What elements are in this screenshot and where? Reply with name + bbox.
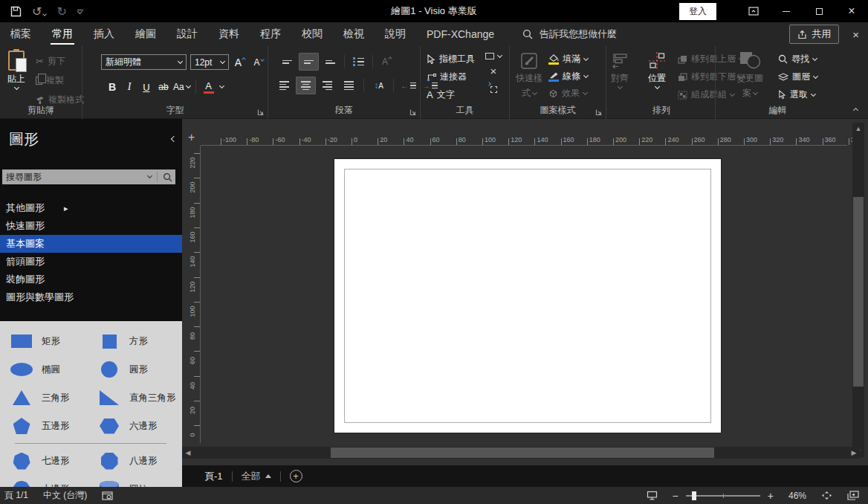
zoom-level[interactable]: 46% bbox=[781, 491, 814, 501]
change-shape-button[interactable]: 變更圖 案 bbox=[736, 51, 763, 100]
align-bottom-button[interactable] bbox=[320, 53, 340, 71]
tab-pdf-xchange[interactable]: PDF-XChange bbox=[416, 22, 505, 46]
stencil-shape-circle[interactable]: 圓形 bbox=[92, 355, 180, 384]
tab-help[interactable]: 說明 bbox=[375, 22, 416, 46]
justify-button[interactable] bbox=[339, 77, 359, 94]
text-direction-button[interactable]: A bbox=[377, 53, 397, 71]
drawing-page[interactable] bbox=[334, 159, 721, 433]
maximize-button[interactable] bbox=[803, 0, 835, 22]
tab-file[interactable]: 檔案 bbox=[0, 22, 42, 46]
close-button[interactable]: × bbox=[835, 0, 868, 22]
select-button[interactable]: 選取 bbox=[778, 88, 817, 101]
tab-data[interactable]: 資料 bbox=[208, 22, 250, 46]
tab-review[interactable]: 校閱 bbox=[291, 22, 333, 46]
strikethrough-button[interactable]: ab bbox=[156, 79, 171, 95]
effects-button[interactable]: 效果 bbox=[548, 87, 588, 100]
customize-qat-icon[interactable] bbox=[77, 10, 83, 13]
connector-tool-button[interactable]: 連接器 bbox=[427, 71, 475, 83]
stencil-shape-ellipse[interactable]: 橢圓 bbox=[4, 355, 92, 384]
stencil-shape-pentagon[interactable]: 五邊形 bbox=[4, 412, 92, 440]
align-middle-button[interactable] bbox=[299, 53, 319, 71]
vertical-scroll-thumb[interactable] bbox=[853, 197, 864, 387]
save-icon[interactable] bbox=[10, 6, 22, 17]
search-shapes-input[interactable]: 搜尋圖形 bbox=[2, 169, 175, 184]
search-go-icon[interactable] bbox=[163, 172, 172, 182]
fit-page-button[interactable] bbox=[814, 491, 840, 500]
scroll-left-icon[interactable]: ◀ bbox=[182, 447, 194, 459]
sidebar-item-arrow-shapes[interactable]: 箭頭圖形 bbox=[0, 253, 182, 271]
stencil-shape-cylinder[interactable]: 圓柱 bbox=[92, 475, 180, 487]
align-right-button[interactable] bbox=[317, 77, 337, 94]
scroll-up-icon[interactable]: ▲ bbox=[852, 123, 864, 135]
stencil-shape-decagon[interactable]: 十邊形 bbox=[4, 475, 92, 487]
status-page-info[interactable]: 頁 1/1 bbox=[0, 489, 36, 502]
find-button[interactable]: 尋找 bbox=[778, 53, 817, 65]
text-tool-button[interactable]: A 文字 bbox=[427, 88, 475, 101]
vertical-scrollbar[interactable]: ▲ ▼ bbox=[852, 123, 864, 457]
italic-button[interactable]: I bbox=[122, 79, 137, 95]
ribbon-display-options-icon[interactable] bbox=[737, 0, 770, 22]
sidebar-item-charting-math-shapes[interactable]: 圖形與數學圖形 bbox=[0, 288, 182, 306]
share-button[interactable]: 共用 bbox=[789, 25, 839, 44]
zoom-slider-thumb[interactable] bbox=[692, 491, 696, 500]
quick-styles-button[interactable]: 快速樣 式 bbox=[516, 52, 542, 100]
stencil-shape-heptagon[interactable]: 七邊形 bbox=[4, 447, 92, 475]
view-all-pages-button[interactable]: 全部 bbox=[242, 470, 271, 483]
tab-home[interactable]: 常用 bbox=[42, 22, 83, 46]
bullets-button[interactable] bbox=[349, 53, 369, 71]
tab-process[interactable]: 程序 bbox=[250, 22, 291, 46]
decrease-indent-button[interactable]: ← bbox=[398, 77, 418, 94]
pointer-tool-button[interactable]: 指標工具 bbox=[427, 53, 475, 65]
font-size-combo[interactable]: 12pt bbox=[190, 54, 229, 70]
stencil-shape-hexagon[interactable]: 六邊形 bbox=[92, 412, 180, 440]
align-button[interactable]: 對齊 bbox=[611, 52, 629, 88]
zoom-slider[interactable] bbox=[686, 495, 760, 497]
grow-font-button[interactable]: A bbox=[233, 54, 247, 71]
tab-draw[interactable]: 繪圖 bbox=[125, 22, 166, 46]
line-button[interactable]: 線條 bbox=[548, 70, 588, 83]
sidebar-item-more-shapes[interactable]: 其他圖形▸ bbox=[0, 199, 182, 217]
align-center-button[interactable] bbox=[296, 77, 316, 94]
add-page-button[interactable]: + bbox=[290, 470, 302, 482]
collapse-shapes-panel-icon[interactable] bbox=[171, 136, 177, 142]
page-tab[interactable]: 頁-1 bbox=[204, 470, 223, 483]
macro-record-button[interactable] bbox=[94, 491, 120, 500]
shape-styles-dialog-launcher-icon[interactable] bbox=[595, 109, 603, 116]
rectangle-tool-button[interactable] bbox=[485, 53, 502, 59]
search-options-icon[interactable] bbox=[147, 173, 152, 178]
bold-button[interactable]: B bbox=[105, 79, 120, 95]
switch-windows-button[interactable] bbox=[840, 491, 868, 500]
paragraph-dialog-launcher-icon[interactable] bbox=[409, 109, 417, 116]
stencil-shape-square[interactable]: 方形 bbox=[92, 327, 180, 355]
sidebar-item-basic-shapes[interactable]: 基本圖案 bbox=[0, 235, 182, 253]
horizontal-scrollbar[interactable]: ◀ ▶ bbox=[182, 447, 860, 459]
redo-icon[interactable]: ↻ bbox=[56, 4, 66, 19]
sidebar-item-quick-shapes[interactable]: 快速圖形 bbox=[0, 217, 182, 235]
stencil-shape-rect[interactable]: 矩形 bbox=[4, 327, 92, 355]
tell-me-search[interactable]: 告訴我您想做什麼 bbox=[522, 28, 617, 41]
stencil-shape-octagon[interactable]: 八邊形 bbox=[92, 447, 180, 475]
tab-view[interactable]: 檢視 bbox=[333, 22, 375, 46]
fill-button[interactable]: 填滿 bbox=[548, 53, 588, 65]
text-block-tool-button[interactable] bbox=[490, 83, 497, 96]
font-dialog-launcher-icon[interactable] bbox=[257, 109, 265, 116]
minimize-button[interactable] bbox=[770, 0, 803, 22]
sidebar-item-decorative-shapes[interactable]: 裝飾圖形 bbox=[0, 271, 182, 288]
change-case-button[interactable]: Aa bbox=[173, 79, 190, 95]
presentation-mode-button[interactable] bbox=[639, 491, 665, 500]
tab-insert[interactable]: 插入 bbox=[83, 22, 125, 46]
connection-point-tool-button[interactable]: × bbox=[490, 65, 497, 77]
line-spacing-button[interactable]: ↕A bbox=[369, 77, 389, 94]
undo-icon[interactable]: ↺ bbox=[32, 4, 46, 19]
font-color-button[interactable]: A bbox=[201, 79, 216, 95]
zoom-out-button[interactable]: − bbox=[665, 490, 686, 502]
stencil-shape-right-triangle[interactable]: 直角三角形 bbox=[92, 384, 180, 412]
scroll-right-icon[interactable]: ▶ bbox=[848, 447, 860, 459]
sign-in-button[interactable]: 登入 bbox=[679, 3, 716, 20]
underline-button[interactable]: U bbox=[139, 79, 154, 95]
status-language[interactable]: 中文 (台灣) bbox=[36, 489, 94, 502]
tab-design[interactable]: 設計 bbox=[166, 22, 208, 46]
close-ribbon-icon[interactable]: × bbox=[852, 28, 859, 41]
collapse-ribbon-icon[interactable] bbox=[853, 108, 858, 113]
shrink-font-button[interactable]: A bbox=[251, 54, 266, 71]
